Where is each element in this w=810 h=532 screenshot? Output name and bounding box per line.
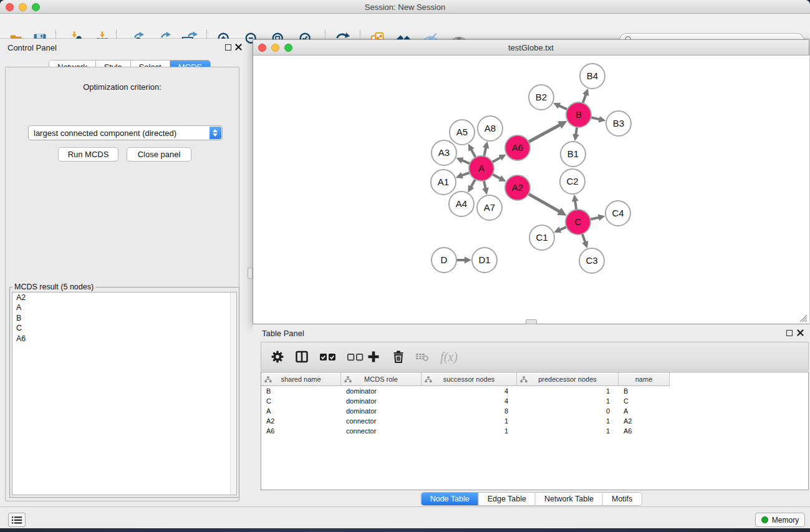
cell-predecessor-nodes[interactable]: 1 [517, 386, 619, 396]
cell-predecessor-nodes[interactable]: 0 [517, 406, 619, 416]
cell-name[interactable]: A2 [619, 416, 670, 426]
delete-table-icon[interactable] [415, 349, 430, 364]
cell-shared-name[interactable]: A6 [261, 426, 341, 436]
resize-grip-icon[interactable] [799, 314, 808, 322]
graph-edge-arrowhead [465, 257, 471, 264]
table-row[interactable]: A6 connector 1 1 A6 [261, 426, 808, 436]
graph-edge-B-B3[interactable] [591, 117, 600, 119]
optimization-select[interactable]: largest connected component (directed) [28, 125, 223, 140]
table-toolbar: f(x) [261, 342, 809, 370]
column-label: predecessor nodes [538, 375, 597, 383]
select-stepper-icon[interactable] [210, 127, 221, 139]
cell-shared-name[interactable]: A2 [261, 416, 341, 426]
graph-edge-A-A4[interactable] [471, 179, 475, 187]
close-panel-icon[interactable] [235, 44, 242, 51]
show-column-panel-icon[interactable] [294, 349, 309, 364]
column-header-mcds-role[interactable]: MCDS role [341, 372, 422, 386]
horizontal-splitter-handle[interactable] [526, 319, 537, 324]
list-scrollbar[interactable] [230, 293, 236, 495]
tab-motifs[interactable]: Motifs [603, 493, 641, 505]
close-table-panel-icon[interactable] [797, 329, 804, 336]
mcds-result-group: MCDS result (5 nodes) A2 A B C A6 [9, 287, 239, 498]
column-header-predecessor-nodes[interactable]: predecessor nodes [517, 372, 619, 386]
graph-edge-C-C3[interactable] [582, 234, 586, 243]
graph-edge-A-A8[interactable] [484, 147, 486, 156]
graph-edge-C-C2[interactable] [575, 201, 576, 210]
graph-edge-C-C1[interactable] [559, 227, 566, 230]
column-header-name[interactable]: name [619, 372, 670, 386]
cell-mcds-role[interactable]: dominator [341, 396, 422, 406]
graph-edge-B-B4[interactable] [583, 94, 586, 103]
run-mcds-button[interactable]: Run MCDS [58, 147, 118, 162]
cell-successor-nodes[interactable]: 4 [422, 396, 517, 406]
cell-name[interactable]: A [619, 406, 670, 416]
graph-edge-A-A7[interactable] [484, 181, 486, 189]
table-row[interactable]: B dominator 4 1 B [261, 386, 808, 396]
select-all-columns-icon[interactable] [319, 349, 337, 364]
cell-predecessor-nodes[interactable]: 1 [517, 416, 619, 426]
deselect-all-columns-icon[interactable] [346, 349, 365, 364]
cell-successor-nodes[interactable]: 1 [422, 426, 517, 436]
float-table-panel-icon[interactable] [786, 330, 793, 336]
create-column-plus-icon[interactable] [366, 349, 381, 364]
graph-edge-B-B2[interactable] [559, 105, 567, 109]
tab-network-table[interactable]: Network Table [536, 493, 603, 505]
table-panel: Table Panel [253, 324, 810, 506]
cell-successor-nodes[interactable]: 1 [422, 416, 517, 426]
function-builder-icon[interactable]: f(x) [438, 349, 460, 364]
graph-edge-C-C4[interactable] [591, 218, 599, 220]
vertical-splitter-handle[interactable] [248, 268, 253, 279]
table-row[interactable]: C dominator 4 1 C [261, 396, 808, 406]
graph-edge-A-A3[interactable] [462, 160, 470, 163]
mcds-result-list[interactable]: A2 A B C A6 [12, 292, 237, 495]
cell-name[interactable]: B [619, 386, 670, 396]
mcds-result-item[interactable]: C [12, 323, 236, 333]
table-settings-gear-icon[interactable] [270, 349, 285, 364]
graph-edge-A6-B[interactable] [529, 125, 561, 142]
cell-shared-name[interactable]: B [261, 386, 341, 396]
cell-mcds-role[interactable]: dominator [341, 406, 422, 416]
memory-button[interactable]: Memory [755, 513, 805, 527]
graph-edge-A-A5[interactable] [471, 149, 476, 157]
cell-successor-nodes[interactable]: 8 [422, 406, 517, 416]
graph-edge-A-A2[interactable] [493, 174, 501, 178]
node-table: shared name MCDS role successor nodes pr… [261, 372, 809, 490]
mcds-result-item[interactable]: B [12, 313, 236, 323]
mcds-result-item[interactable]: A [12, 302, 236, 312]
cell-predecessor-nodes[interactable]: 1 [517, 396, 619, 406]
graph-edge-arrowhead [572, 134, 579, 142]
graph-edge-A2-C[interactable] [528, 194, 559, 211]
table-row[interactable]: A2 connector 1 1 A2 [261, 416, 808, 426]
cell-successor-nodes[interactable]: 4 [422, 386, 517, 396]
graph-edge-arrowhead [582, 89, 589, 96]
graph-edge-A-A1[interactable] [461, 173, 470, 176]
table-panel-title: Table Panel [262, 329, 304, 338]
network-window-titlebar[interactable]: testGlobe.txt [253, 40, 809, 56]
mcds-result-item[interactable]: A6 [12, 334, 236, 344]
cell-shared-name[interactable]: C [261, 396, 341, 406]
graph-node-label: A6 [512, 142, 523, 153]
cell-name[interactable]: C [619, 396, 670, 406]
tab-edge-table[interactable]: Edge Table [479, 493, 536, 505]
tab-node-table[interactable]: Node Table [422, 493, 479, 505]
mcds-result-item[interactable]: A2 [12, 293, 236, 302]
column-header-successor-nodes[interactable]: successor nodes [422, 372, 517, 386]
graph-edge-B-B1[interactable] [576, 127, 577, 135]
close-panel-button[interactable]: Close panel [127, 147, 191, 162]
optimization-criterion-label: Optimization criterion: [6, 82, 239, 92]
cell-mcds-role[interactable]: connector [341, 416, 422, 426]
graph-edge-arrowhead [572, 195, 579, 202]
column-header-shared-name[interactable]: shared name [261, 372, 341, 386]
delete-column-trash-icon[interactable] [391, 349, 406, 364]
float-panel-icon[interactable] [225, 44, 231, 51]
graph-edge-A-A6[interactable] [492, 157, 501, 162]
network-graph-canvas[interactable]: AA1A2A3A4A5A6A7A8BB1B2B3B4CC1C2C3C4DD1 [254, 56, 809, 324]
cell-mcds-role[interactable]: dominator [341, 386, 422, 396]
task-history-button[interactable] [8, 513, 26, 527]
cell-mcds-role[interactable]: connector [341, 426, 422, 436]
table-row[interactable]: A dominator 8 0 A [261, 406, 808, 416]
cell-name[interactable]: A6 [619, 426, 670, 436]
cell-predecessor-nodes[interactable]: 1 [517, 426, 619, 436]
cell-shared-name[interactable]: A [261, 406, 341, 416]
app-titlebar[interactable]: Session: New Session [0, 0, 810, 14]
